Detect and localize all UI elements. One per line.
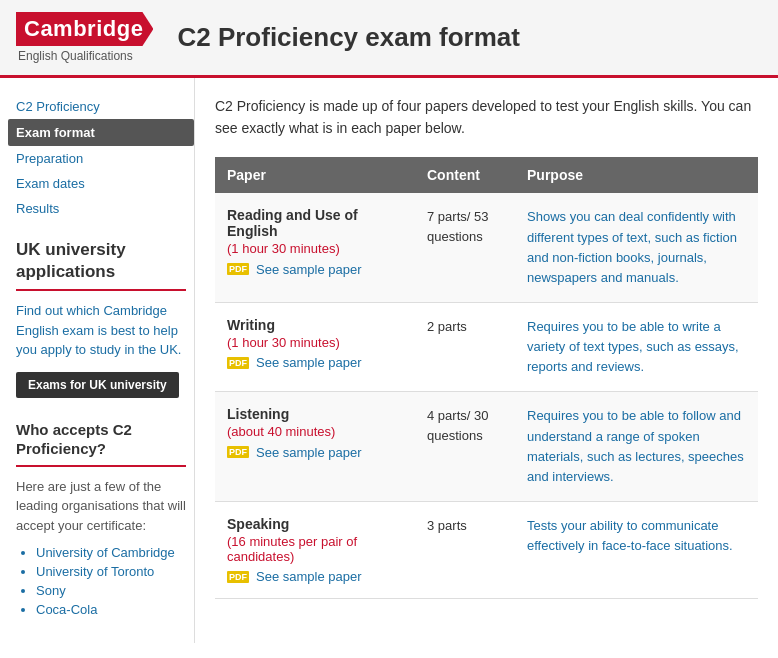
cell-paper-1: Writing (1 hour 30 minutes) PDF See samp… <box>215 302 415 391</box>
paper-name: Speaking <box>227 516 403 532</box>
col-header-paper: Paper <box>215 157 415 193</box>
list-item-sony[interactable]: Sony <box>36 583 186 598</box>
paper-time: (about 40 minutes) <box>227 424 403 439</box>
pdf-icon: PDF <box>227 571 249 583</box>
pdf-icon: PDF <box>227 357 249 369</box>
content-parts: 3 parts <box>427 518 467 533</box>
cell-purpose-0: Shows you can deal confidently with diff… <box>515 193 758 302</box>
table-header: Paper Content Purpose <box>215 157 758 193</box>
uk-section-title: UK university applications <box>16 239 194 283</box>
cell-content-0: 7 parts/ 53 questions <box>415 193 515 302</box>
pdf-icon: PDF <box>227 263 249 275</box>
logo-subtitle: English Qualifications <box>18 49 153 63</box>
paper-name: Writing <box>227 317 403 333</box>
table-row: Speaking (16 minutes per pair of candida… <box>215 501 758 599</box>
cell-content-3: 3 parts <box>415 501 515 599</box>
table-row: Writing (1 hour 30 minutes) PDF See samp… <box>215 302 758 391</box>
paper-time: (1 hour 30 minutes) <box>227 241 403 256</box>
sidebar-item-preparation[interactable]: Preparation <box>8 146 194 171</box>
intro-paragraph: C2 Proficiency is made up of four papers… <box>215 96 758 139</box>
accepts-section-text: Here are just a few of the leading organ… <box>16 477 186 536</box>
paper-time: (1 hour 30 minutes) <box>227 335 403 350</box>
content-parts: 4 parts/ 30 questions <box>427 408 488 443</box>
cell-purpose-3: Tests your ability to communicate effect… <box>515 501 758 599</box>
sidebar: C2 Proficiency Exam format Preparation E… <box>0 78 195 643</box>
content-parts: 2 parts <box>427 319 467 334</box>
cell-paper-3: Speaking (16 minutes per pair of candida… <box>215 501 415 599</box>
table-body: Reading and Use of English (1 hour 30 mi… <box>215 193 758 599</box>
table-row: Listening (about 40 minutes) PDF See sam… <box>215 392 758 502</box>
table-row: Reading and Use of English (1 hour 30 mi… <box>215 193 758 302</box>
sidebar-item-exam-dates[interactable]: Exam dates <box>8 171 194 196</box>
accepts-section-divider <box>16 465 186 467</box>
purpose-text: Shows you can deal confidently with diff… <box>527 209 737 284</box>
sidebar-item-exam-format[interactable]: Exam format <box>8 119 194 146</box>
list-item-cocacola[interactable]: Coca-Cola <box>36 602 186 617</box>
sample-paper-link[interactable]: PDF See sample paper <box>227 262 362 277</box>
sample-paper-link[interactable]: PDF See sample paper <box>227 569 362 584</box>
page-title: C2 Proficiency exam format <box>177 22 519 53</box>
page-header: Cambridge English Qualifications C2 Prof… <box>0 0 778 78</box>
sample-paper-link[interactable]: PDF See sample paper <box>227 355 362 370</box>
list-item-toronto[interactable]: University of Toronto <box>36 564 186 579</box>
cell-purpose-2: Requires you to be able to follow and un… <box>515 392 758 502</box>
cambridge-logo[interactable]: Cambridge <box>16 12 153 46</box>
sidebar-item-c2-proficiency[interactable]: C2 Proficiency <box>8 94 194 119</box>
uk-section-text: Find out which Cambridge English exam is… <box>16 301 186 360</box>
accepts-section-title: Who accepts C2 Proficiency? <box>16 420 194 459</box>
cell-purpose-1: Requires you to be able to write a varie… <box>515 302 758 391</box>
main-content: C2 Proficiency is made up of four papers… <box>195 78 778 643</box>
sample-paper-link[interactable]: PDF See sample paper <box>227 445 362 460</box>
cell-paper-0: Reading and Use of English (1 hour 30 mi… <box>215 193 415 302</box>
col-header-content: Content <box>415 157 515 193</box>
paper-name: Reading and Use of English <box>227 207 403 239</box>
exams-uk-button[interactable]: Exams for UK university <box>16 372 179 398</box>
exam-table: Paper Content Purpose Reading and Use of… <box>215 157 758 599</box>
accepts-list: University of Cambridge University of To… <box>36 545 186 617</box>
pdf-icon: PDF <box>227 446 249 458</box>
purpose-text: Requires you to be able to write a varie… <box>527 319 739 374</box>
cell-content-1: 2 parts <box>415 302 515 391</box>
paper-time: (16 minutes per pair of candidates) <box>227 534 403 564</box>
purpose-text: Tests your ability to communicate effect… <box>527 518 733 553</box>
cell-content-2: 4 parts/ 30 questions <box>415 392 515 502</box>
paper-name: Listening <box>227 406 403 422</box>
sidebar-item-results[interactable]: Results <box>8 196 194 221</box>
uk-section-divider <box>16 289 186 291</box>
purpose-text: Requires you to be able to follow and un… <box>527 408 744 483</box>
logo-block: Cambridge English Qualifications <box>16 12 153 63</box>
col-header-purpose: Purpose <box>515 157 758 193</box>
list-item-cambridge[interactable]: University of Cambridge <box>36 545 186 560</box>
cell-paper-2: Listening (about 40 minutes) PDF See sam… <box>215 392 415 502</box>
main-layout: C2 Proficiency Exam format Preparation E… <box>0 78 778 643</box>
content-parts: 7 parts/ 53 questions <box>427 209 488 244</box>
sidebar-nav: C2 Proficiency Exam format Preparation E… <box>8 94 194 221</box>
